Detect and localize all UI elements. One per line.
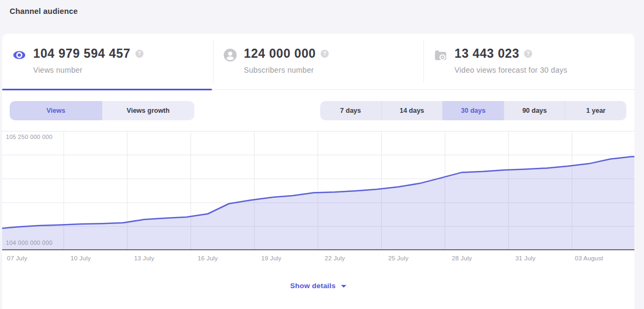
- stat-subscribers[interactable]: 124 000 000 ? Subscribers number: [213, 34, 424, 89]
- views-forecast-value: 13 443 023: [454, 47, 519, 61]
- range-1-year[interactable]: 1 year: [565, 101, 626, 120]
- user-icon: [224, 49, 237, 61]
- range-30-days[interactable]: 30 days: [442, 101, 504, 120]
- stats-row: 104 979 594 457 ? Views number 124 000 0…: [2, 34, 634, 90]
- x-axis-label: 28 July: [452, 255, 472, 261]
- caret-down-icon: [341, 285, 346, 288]
- views-forecast-label: Video views forecast for 30 days: [454, 66, 567, 74]
- x-axis-label: 13 July: [134, 255, 154, 261]
- x-axis-label: 07 July: [7, 255, 27, 261]
- views-area-chart[interactable]: [2, 131, 634, 250]
- subscribers-number-value: 124 000 000: [244, 47, 316, 61]
- tab-views[interactable]: Views: [10, 101, 102, 120]
- tab-views-growth[interactable]: Views growth: [102, 101, 195, 120]
- help-icon[interactable]: ?: [524, 50, 532, 58]
- x-axis-label: 25 July: [388, 255, 408, 261]
- y-axis-label-bottom: 104 000 000 000: [6, 240, 52, 246]
- show-details-label: Show details: [290, 282, 336, 290]
- stat-views[interactable]: 104 979 594 457 ? Views number: [2, 34, 213, 89]
- views-number-value: 104 979 594 457: [33, 47, 131, 61]
- show-details-link[interactable]: Show details: [2, 282, 634, 290]
- help-icon[interactable]: ?: [135, 50, 143, 58]
- x-axis-label: 16 July: [198, 255, 218, 261]
- x-axis-label: 22 July: [325, 255, 345, 261]
- x-axis-label: 10 July: [71, 255, 91, 261]
- views-number-label: Views number: [33, 66, 143, 74]
- x-axis-label: 31 July: [516, 255, 536, 261]
- range-7-days[interactable]: 7 days: [320, 101, 381, 120]
- y-axis-label-top: 105 250 000 000: [6, 134, 52, 140]
- stat-views-forecast[interactable]: 13 443 023 ? Video views forecast for 30…: [423, 34, 634, 89]
- range-90-days[interactable]: 90 days: [504, 101, 565, 120]
- controls-row: ViewsViews growth 7 days14 days30 days90…: [2, 101, 634, 120]
- eye-icon: [13, 49, 26, 61]
- x-axis-label: 19 July: [261, 255, 282, 261]
- camera-icon: [434, 49, 447, 61]
- range-selector: 7 days14 days30 days90 days1 year: [320, 101, 626, 120]
- subscribers-number-label: Subscribers number: [244, 66, 329, 74]
- range-14-days[interactable]: 14 days: [381, 101, 443, 120]
- views-chart-area: 105 250 000 000 104 000 000 000: [2, 131, 634, 250]
- page-title: Channel audience: [10, 7, 78, 16]
- view-tabs: ViewsViews growth: [10, 101, 194, 120]
- help-icon[interactable]: ?: [321, 50, 329, 58]
- x-axis-labels: 07 July10 July13 July16 July19 July22 Ju…: [2, 250, 634, 264]
- x-axis-label: 03 August: [575, 255, 603, 261]
- channel-audience-card: 104 979 594 457 ? Views number 124 000 0…: [2, 34, 634, 309]
- active-tab-indicator: [2, 89, 212, 90]
